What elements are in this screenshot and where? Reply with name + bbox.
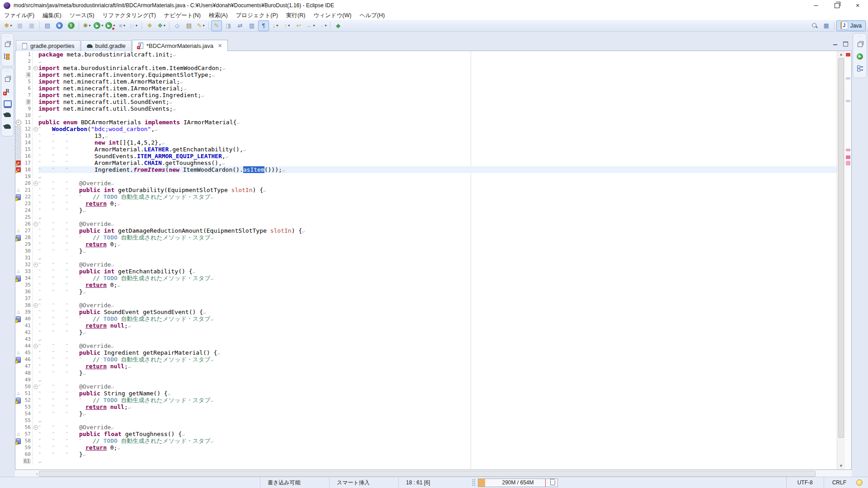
code-line[interactable]: 16^^^SoundEvents.ITEM_ARMOR_EQUIP_LEATHE… [15, 153, 837, 160]
code-line[interactable]: △33^^^public int getEnchantability() {↵ [15, 268, 837, 275]
error-marker-icon[interactable]: × [16, 160, 21, 165]
coverage-button-dropdown[interactable]: ▾ [113, 23, 115, 28]
last-edit-location-button[interactable]: ↩ [293, 20, 304, 31]
code-line[interactable]: 48^^^}↵ [15, 370, 837, 376]
menu-source[interactable]: ソース(S) [66, 11, 99, 20]
task-marker-icon[interactable] [16, 316, 21, 322]
overview-marker[interactable] [846, 161, 850, 165]
open-type-button[interactable]: ◇ [172, 20, 183, 31]
next-annotation-button[interactable]: ↓▾ [270, 20, 281, 31]
profile-button[interactable]: ▷▾ [128, 20, 139, 31]
code-line[interactable]: 14^^^new int[]{1,4,5,2},↵ [15, 139, 837, 146]
code-line[interactable]: 42^^^}↵ [15, 329, 837, 336]
menu-file[interactable]: ファイル(F) [0, 11, 38, 20]
task-marker-icon[interactable] [16, 276, 21, 282]
code-line[interactable]: 35^^^return 0;↵ [15, 282, 837, 288]
minimize-editor-button[interactable] [833, 41, 838, 46]
code-line[interactable]: △57^^^public float getToughness() {↵ [15, 431, 837, 437]
fold-collapse-icon[interactable]: − [33, 222, 38, 226]
code-line[interactable]: 12−^WoodCarbon("bdc;wood_carbon",↵ [15, 126, 837, 132]
code-line[interactable]: 60^^^}↵ [15, 451, 837, 458]
code-lines-area[interactable]: 1package meta.burodustinrialcraft.init;↵… [15, 51, 837, 469]
code-line[interactable]: ×11public enum BDCArmorMaterials impleme… [15, 119, 837, 126]
maximize-editor-button[interactable] [843, 41, 848, 46]
code-line[interactable]: 53^^^return null;↵ [15, 404, 837, 410]
override-marker-icon[interactable]: △ [15, 431, 21, 437]
code-line[interactable]: 6import net.minecraft.item.IArmorMateria… [15, 85, 837, 92]
fold-collapse-icon[interactable]: − [33, 263, 38, 267]
editor-tab-buildgradle[interactable]: build.gradle [81, 40, 132, 51]
java-perspective-button[interactable]: JJava [836, 20, 866, 31]
editor-tab-bdcarmormaterialsjava[interactable]: *BDCArmorMaterials.java✕ [132, 40, 228, 51]
fold-collapse-icon[interactable]: − [33, 66, 38, 70]
code-line[interactable]: 44−^^^@Override↵ [15, 343, 837, 349]
vertical-scroll-thumb[interactable] [838, 58, 844, 438]
code-line[interactable]: △39^^^public SoundEvent getSoundEvent() … [15, 309, 837, 315]
menu-project[interactable]: プロジェクト(P) [232, 11, 282, 20]
restore-view-icon[interactable] [4, 41, 12, 48]
overview-marker[interactable] [846, 100, 850, 102]
code-line[interactable]: 26−^^^@Override↵ [15, 221, 837, 227]
console-view-icon[interactable] [4, 99, 12, 107]
code-line[interactable]: 46^^^^// TODO 自動生成されたメソッド・スタブ↵ [15, 356, 837, 363]
restore-window-button[interactable] [826, 0, 847, 11]
back-button-dropdown[interactable]: ▾ [313, 23, 315, 28]
override-marker-icon[interactable]: △ [15, 187, 21, 193]
open-perspective-button[interactable]: ▦ [821, 20, 832, 31]
link-with-editor-button[interactable]: ⇄ [235, 20, 245, 31]
code-line[interactable]: △51^^^public String getName() {↵ [15, 390, 837, 397]
override-marker-icon[interactable]: △ [15, 349, 21, 356]
menu-window[interactable]: ウィンドウ(W) [309, 11, 355, 20]
code-line[interactable]: 40^^^^// TODO 自動生成されたメソッド・スタブ↵ [15, 315, 837, 322]
clipboard-button[interactable]: ▤ [184, 20, 194, 31]
code-line[interactable]: 32−^^^@Override↵ [15, 261, 837, 268]
gradle-view-icon[interactable] [4, 111, 12, 118]
menu-search[interactable]: 検索(A) [205, 11, 232, 20]
pin-editor-button[interactable]: ◆ [333, 20, 344, 31]
code-line[interactable]: 5import net.minecraft.item.ArmorMaterial… [15, 78, 837, 85]
code-line[interactable]: 4import net.minecraft.inventory.Equipmen… [15, 71, 837, 78]
code-line[interactable]: 1package meta.burodustinrialcraft.init;↵ [15, 51, 837, 58]
overview-marker[interactable] [846, 149, 850, 151]
new-java-class-button[interactable]: ❖▾ [156, 20, 167, 31]
forward-button[interactable]: →▾ [317, 20, 328, 31]
garbage-collect-button[interactable] [550, 480, 555, 485]
code-line[interactable]: 58^^^^// TODO 自動生成されたメソッド・スタブ↵ [15, 437, 837, 444]
task-marker-icon[interactable] [16, 194, 21, 200]
code-line[interactable]: △27^^^public int getDamageReductionAmoun… [15, 227, 837, 234]
horizontal-scroll-thumb[interactable] [39, 471, 816, 477]
menu-refactor[interactable]: リファクタリング(T) [99, 11, 160, 20]
menu-edit[interactable]: 編集(E) [38, 11, 66, 20]
fold-collapse-icon[interactable]: − [33, 425, 38, 430]
code-line[interactable]: 15^^^ArmorMaterial.LEATHER.getEnchantabi… [15, 146, 837, 153]
code-line[interactable]: 25↵ [15, 214, 837, 221]
run-button[interactable]: ▶▾ [93, 20, 104, 31]
code-line[interactable]: 23^^^return 0;↵ [15, 200, 837, 207]
task-marker-icon[interactable] [16, 235, 21, 241]
vertical-scrollbar[interactable]: ▲ ▼ [837, 51, 845, 469]
code-line[interactable]: ×17^^^AromrMaterial.CHAIN.getTouughness(… [15, 160, 837, 166]
package-explorer-view-icon[interactable] [4, 53, 12, 60]
new-java-project-button[interactable]: ❖ [144, 20, 155, 31]
gradle-view-icon[interactable] [4, 123, 12, 130]
menu-help[interactable]: ヘルプ(H) [355, 11, 389, 20]
code-line[interactable]: 19↵ [15, 173, 837, 180]
show-whitespace-button[interactable]: ¶ [258, 20, 269, 31]
code-line[interactable]: 29^^^return 0;↵ [15, 241, 837, 248]
debug-button[interactable]: ✺▾ [81, 20, 92, 31]
code-line[interactable]: 38−^^^@Override↵ [15, 302, 837, 309]
code-line[interactable]: 50−^^^@Override↵ [15, 383, 837, 390]
syntax-error-icon[interactable]: × [16, 120, 21, 125]
code-line[interactable]: 54^^^}↵ [15, 410, 837, 417]
menu-navigate[interactable]: ナビゲート(N) [160, 11, 205, 20]
code-line[interactable]: 20−^^^@Override↵ [15, 180, 837, 187]
run-button-dropdown[interactable]: ▾ [101, 23, 103, 28]
code-line[interactable]: 7import net.minecraft.item.crafting.Ingr… [15, 92, 837, 99]
fold-collapse-icon[interactable]: − [33, 344, 38, 348]
scroll-left-arrow[interactable]: ‹ [36, 471, 38, 476]
code-line[interactable]: 55↵ [15, 417, 837, 424]
code-line[interactable]: 3−import meta.burodustinrialcraft.item.I… [15, 65, 837, 71]
editor-tab-gradleproperties[interactable]: gradle.properties [16, 40, 80, 51]
code-line[interactable]: 8import net.minecraft.util.SoundEvent;↵ [15, 99, 837, 105]
overview-ruler[interactable] [845, 51, 851, 469]
